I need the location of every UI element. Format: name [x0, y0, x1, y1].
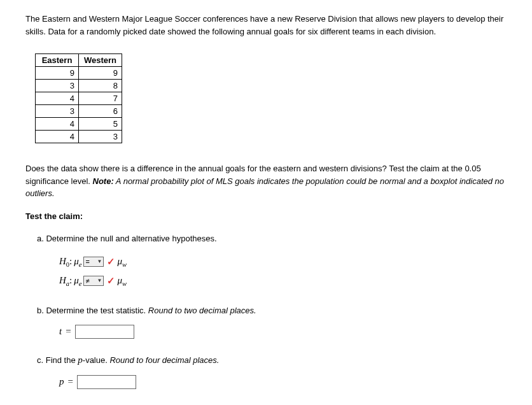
cell: 5 — [79, 118, 122, 131]
part-a-prompt: a. Determine the null and alternative hy… — [37, 232, 507, 245]
cell: 7 — [79, 92, 122, 105]
t-var: t — [59, 324, 62, 339]
part-b-prompt: b. Determine the test statistic. Round t… — [37, 304, 507, 317]
data-table: Eastern Western 99 38 47 36 45 43 — [35, 53, 122, 143]
ha-line: Ha: μe ≠ ▼ ✓ μw — [59, 271, 507, 290]
part-c-hint: Round to four decimal places. — [109, 355, 219, 365]
cell: 4 — [36, 118, 79, 131]
table-row: 38 — [36, 80, 122, 92]
hypotheses-block: H0: μe = ▼ ✓ μw Ha: μe ≠ ▼ ✓ μw — [59, 252, 507, 290]
p-input[interactable] — [77, 375, 136, 389]
question-text: Does the data show there is a difference… — [25, 162, 507, 200]
part-a: a. Determine the null and alternative hy… — [37, 232, 507, 290]
table-row: 99 — [36, 67, 122, 80]
cell: 4 — [36, 131, 79, 143]
table-row: 43 — [36, 131, 122, 143]
p-var: p — [59, 374, 64, 389]
cell: 8 — [79, 80, 122, 92]
note-label: Note: — [93, 176, 114, 186]
cell: 3 — [36, 80, 79, 92]
part-c-prompt: c. Find the p-value. Round to four decim… — [37, 353, 507, 367]
intro-text: The Eastern and Western Major League Soc… — [25, 13, 507, 38]
cell: 6 — [79, 105, 122, 118]
table-row: 45 — [36, 118, 122, 131]
mu-e: μe — [74, 271, 81, 290]
cell: 3 — [79, 131, 122, 143]
ha-check-icon: ✓ — [107, 272, 115, 290]
t-formula: t = — [59, 324, 507, 339]
h0-line: H0: μe = ▼ ✓ μw — [59, 252, 507, 271]
chevron-down-icon: ▼ — [97, 278, 102, 284]
eq-sign: = — [66, 324, 71, 339]
part-c: c. Find the p-value. Round to four decim… — [37, 353, 507, 389]
p-var-inline: p — [78, 355, 83, 365]
eq-sign: = — [68, 374, 73, 389]
ha-label: Ha: — [59, 271, 72, 290]
part-b: b. Determine the test statistic. Round t… — [37, 304, 507, 339]
part-b-hint: Round to two decimal places. — [148, 306, 256, 315]
h0-label: H0: — [59, 252, 72, 271]
h0-select[interactable]: = ▼ — [83, 257, 104, 267]
ha-select-value: ≠ — [85, 276, 89, 285]
h0-select-value: = — [85, 257, 89, 266]
th-eastern: Eastern — [36, 54, 79, 67]
table-row: 47 — [36, 92, 122, 105]
ha-select[interactable]: ≠ ▼ — [83, 276, 104, 286]
test-claim-heading: Test the claim: — [25, 211, 507, 221]
table-header-row: Eastern Western — [36, 54, 122, 67]
h0-check-icon: ✓ — [107, 253, 115, 271]
chevron-down-icon: ▼ — [97, 259, 102, 265]
table-row: 36 — [36, 105, 122, 118]
mu-w: μw — [117, 271, 127, 290]
cell: 9 — [36, 67, 79, 80]
p-formula: p = — [59, 374, 507, 389]
th-western: Western — [79, 54, 122, 67]
t-input[interactable] — [75, 325, 134, 339]
cell: 4 — [36, 92, 79, 105]
cell: 3 — [36, 105, 79, 118]
mu-w: μw — [117, 252, 127, 271]
cell: 9 — [79, 67, 122, 80]
mu-e: μe — [74, 252, 81, 271]
